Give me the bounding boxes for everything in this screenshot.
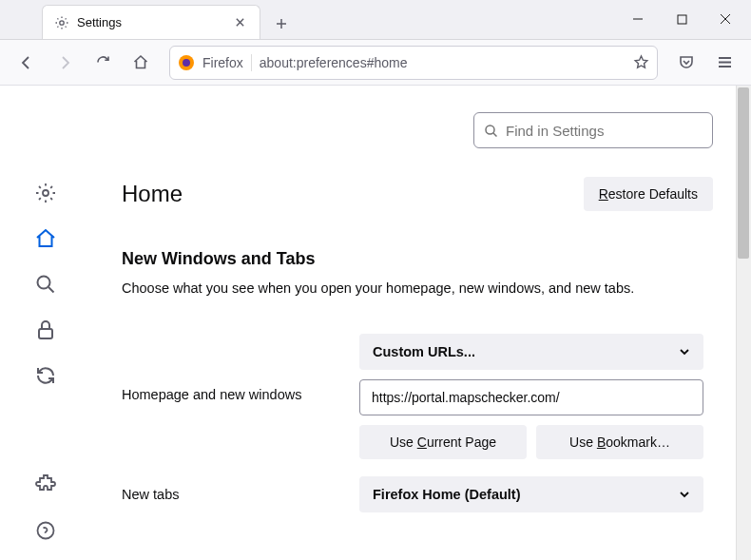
app-menu-button[interactable] — [707, 46, 741, 80]
use-current-page-button[interactable]: Use Current Page — [359, 425, 527, 459]
section-title: New Windows and Tabs — [122, 249, 713, 269]
tab-title: Settings — [77, 15, 223, 29]
window-titlebar: Settings — [0, 0, 751, 40]
window-controls — [616, 0, 751, 39]
scrollbar-thumb[interactable] — [738, 87, 749, 259]
svg-point-4 — [43, 190, 48, 196]
svg-point-8 — [486, 126, 494, 134]
close-window-button[interactable] — [703, 0, 747, 39]
home-button[interactable] — [124, 46, 158, 80]
sidebar-item-home[interactable] — [33, 226, 58, 251]
sidebar-item-search[interactable] — [33, 272, 58, 297]
sidebar-item-general[interactable] — [33, 181, 58, 205]
sidebar-item-sync[interactable] — [33, 363, 58, 388]
section-description: Choose what you see when you open your h… — [122, 279, 713, 299]
newtabs-dropdown[interactable]: Firefox Home (Default) — [359, 476, 703, 512]
settings-search-box[interactable] — [473, 112, 713, 148]
use-bookmark-button[interactable]: Use Bookmark… — [536, 425, 703, 459]
svg-rect-6 — [39, 329, 52, 338]
forward-button[interactable] — [48, 46, 82, 80]
nav-toolbar: Firefox about:preferences#home — [0, 40, 751, 86]
dropdown-value: Custom URLs... — [373, 344, 475, 359]
page-title: Home — [122, 181, 183, 207]
chevron-down-icon — [679, 346, 690, 357]
back-button[interactable] — [10, 46, 44, 80]
svg-rect-1 — [678, 15, 686, 24]
tab-strip: Settings — [0, 5, 616, 39]
pocket-button[interactable] — [669, 46, 703, 80]
minimize-button[interactable] — [616, 0, 660, 39]
restore-defaults-button[interactable]: Restore Defaults — [584, 177, 713, 211]
new-tab-button[interactable] — [266, 9, 297, 39]
bookmark-star-icon[interactable] — [633, 54, 649, 70]
svg-point-3 — [183, 59, 190, 67]
homepage-label: Homepage and new windows — [122, 334, 340, 402]
url-address: about:preferences#home — [260, 55, 626, 70]
reload-button[interactable] — [86, 46, 120, 80]
settings-main: Home Restore Defaults New Windows and Ta… — [91, 86, 751, 560]
browser-tab[interactable]: Settings — [42, 5, 260, 39]
sidebar-item-help[interactable] — [33, 518, 58, 543]
content-area: Home Restore Defaults New Windows and Ta… — [0, 86, 751, 560]
svg-point-5 — [38, 277, 50, 289]
homepage-dropdown[interactable]: Custom URLs... — [359, 334, 703, 370]
maximize-button[interactable] — [660, 0, 703, 39]
firefox-icon — [178, 54, 195, 71]
sidebar-item-extensions[interactable] — [33, 471, 58, 495]
settings-sidebar — [0, 86, 91, 560]
homepage-url-input[interactable] — [359, 379, 703, 415]
scrollbar-track[interactable] — [736, 86, 751, 560]
search-icon — [484, 124, 498, 138]
svg-point-0 — [60, 20, 64, 24]
separator — [251, 54, 252, 71]
close-icon[interactable] — [231, 14, 248, 31]
gear-icon — [54, 15, 69, 30]
newtabs-label: New tabs — [122, 487, 340, 502]
url-bar[interactable]: Firefox about:preferences#home — [169, 46, 658, 80]
url-identity: Firefox — [202, 55, 243, 70]
sidebar-item-privacy[interactable] — [33, 318, 58, 342]
chevron-down-icon — [679, 489, 690, 500]
dropdown-value: Firefox Home (Default) — [373, 487, 521, 502]
search-input[interactable] — [506, 123, 703, 139]
svg-point-7 — [38, 523, 54, 539]
